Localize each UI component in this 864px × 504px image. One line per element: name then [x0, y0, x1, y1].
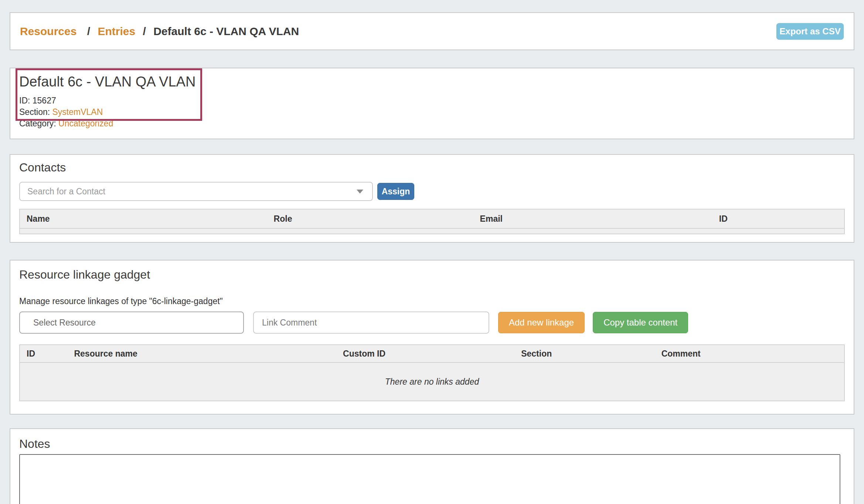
linkage-controls: Add new linkage Copy table content — [19, 311, 845, 334]
no-links-message: There are no links added — [20, 362, 844, 401]
linkage-table: ID Resource name Custom ID Section Comme… — [19, 344, 845, 401]
breadcrumb-panel: Resources / Entries / Default 6c - VLAN … — [10, 12, 854, 50]
contacts-table: Name Role Email ID — [19, 209, 845, 234]
breadcrumb-link-entries[interactable]: Entries — [98, 25, 135, 37]
notes-panel: Notes — [10, 428, 854, 504]
contacts-heading: Contacts — [19, 155, 845, 174]
link-comment-input[interactable] — [253, 311, 489, 334]
section-link[interactable]: SystemVLAN — [52, 107, 103, 117]
resource-category-line: Category: Uncategorized — [19, 118, 845, 129]
linkage-heading: Resource linkage gadget — [19, 260, 845, 282]
breadcrumb-current-page: Default 6c - VLAN QA VLAN — [153, 25, 299, 37]
contacts-panel: Contacts Search for a Contact Assign Nam… — [10, 154, 854, 243]
notes-textarea[interactable] — [19, 454, 840, 504]
linkage-column-section: Section — [514, 345, 654, 362]
linkage-description: Manage resource linkages of type "6c-lin… — [19, 296, 845, 306]
linkage-table-header-row: ID Resource name Custom ID Section Comme… — [20, 345, 844, 362]
notes-heading: Notes — [19, 429, 845, 451]
contacts-empty-row — [20, 228, 844, 234]
resource-info-panel: Default 6c - VLAN QA VLAN ID: 15627 Sect… — [10, 68, 854, 139]
contact-controls: Search for a Contact Assign — [19, 182, 845, 201]
contact-search-select[interactable]: Search for a Contact — [19, 182, 373, 201]
breadcrumb: Resources / Entries / Default 6c - VLAN … — [20, 25, 299, 38]
resource-section-label: Section: — [19, 107, 50, 117]
export-csv-button[interactable]: Export as CSV — [776, 23, 844, 40]
resource-category-label: Category: — [19, 119, 56, 128]
linkage-column-comment: Comment — [655, 345, 844, 362]
resource-info: ID: 15627 Section: SystemVLAN Category: … — [19, 95, 845, 129]
resource-section-line: Section: SystemVLAN — [19, 106, 845, 118]
contact-search-placeholder: Search for a Contact — [27, 187, 105, 197]
breadcrumb-separator: / — [87, 25, 90, 37]
linkage-column-custom-id: Custom ID — [336, 345, 514, 362]
resource-id-label: ID: — [19, 96, 30, 105]
contacts-column-id: ID — [712, 209, 844, 228]
linkage-column-id: ID — [20, 345, 67, 362]
resource-id-value: 15627 — [33, 96, 56, 105]
linkage-column-resource-name: Resource name — [67, 345, 336, 362]
contacts-column-email: Email — [473, 209, 712, 228]
assign-button[interactable]: Assign — [377, 183, 414, 200]
contacts-table-header-row: Name Role Email ID — [20, 209, 844, 228]
contacts-column-role: Role — [267, 209, 473, 228]
resource-id-line: ID: 15627 — [19, 95, 845, 106]
select-resource-input[interactable] — [19, 311, 244, 334]
resource-title: Default 6c - VLAN QA VLAN — [19, 74, 845, 90]
dropdown-arrow-icon — [357, 190, 363, 194]
breadcrumb-separator: / — [143, 25, 146, 37]
linkage-empty-row: There are no links added — [20, 362, 844, 401]
add-new-linkage-button[interactable]: Add new linkage — [498, 312, 585, 333]
category-link[interactable]: Uncategorized — [58, 119, 113, 128]
breadcrumb-link-resources[interactable]: Resources — [20, 25, 76, 37]
copy-table-content-button[interactable]: Copy table content — [593, 312, 688, 333]
contacts-column-name: Name — [20, 209, 267, 228]
resource-linkage-panel: Resource linkage gadget Manage resource … — [10, 260, 854, 415]
